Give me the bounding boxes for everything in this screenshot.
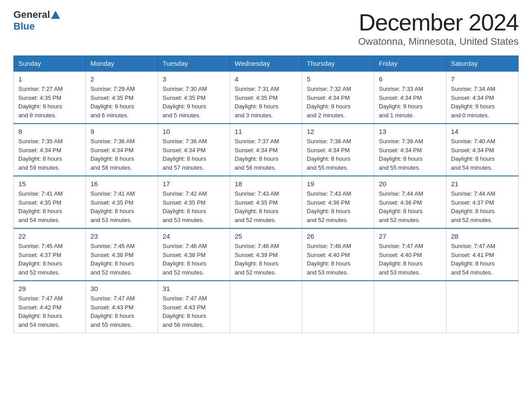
day-number: 25 (235, 232, 297, 240)
sunset-text: Sunset: 4:40 PM (307, 251, 369, 260)
daylight-text-cont: and 58 minutes. (90, 163, 153, 172)
sunset-text: Sunset: 4:38 PM (90, 251, 153, 260)
daylight-text: Daylight: 8 hours (18, 154, 81, 163)
calendar-cell: 25Sunrise: 7:46 AMSunset: 4:39 PMDayligh… (230, 228, 302, 281)
daylight-text: Daylight: 9 hours (307, 102, 369, 111)
week-row-5: 29Sunrise: 7:47 AMSunset: 4:42 PMDayligh… (14, 281, 519, 333)
sunrise-text: Sunrise: 7:36 AM (163, 137, 225, 146)
day-info: Sunrise: 7:33 AMSunset: 4:34 PMDaylight:… (379, 85, 442, 120)
day-info: Sunrise: 7:36 AMSunset: 4:34 PMDaylight:… (90, 137, 153, 172)
daylight-text: Daylight: 8 hours (163, 259, 225, 268)
sunrise-text: Sunrise: 7:43 AM (235, 189, 297, 198)
daylight-text-cont: and 6 minutes. (90, 111, 153, 120)
day-info: Sunrise: 7:35 AMSunset: 4:34 PMDaylight:… (18, 137, 81, 172)
sunset-text: Sunset: 4:41 PM (451, 251, 514, 260)
sunset-text: Sunset: 4:37 PM (18, 251, 81, 260)
calendar-cell (446, 281, 519, 333)
sunrise-text: Sunrise: 7:35 AM (18, 137, 81, 146)
daylight-text-cont: and 5 minutes. (163, 111, 225, 120)
daylight-text: Daylight: 8 hours (90, 207, 153, 216)
sunrise-text: Sunrise: 7:46 AM (307, 242, 369, 251)
day-info: Sunrise: 7:46 AMSunset: 4:40 PMDaylight:… (307, 242, 369, 277)
daylight-text: Daylight: 8 hours (235, 259, 297, 268)
day-number: 15 (18, 180, 81, 188)
day-info: Sunrise: 7:45 AMSunset: 4:38 PMDaylight:… (90, 242, 153, 277)
daylight-text-cont: and 0 minutes. (451, 111, 514, 120)
daylight-text: Daylight: 9 hours (18, 102, 81, 111)
week-row-3: 15Sunrise: 7:41 AMSunset: 4:35 PMDayligh… (14, 176, 519, 228)
calendar-cell: 29Sunrise: 7:47 AMSunset: 4:42 PMDayligh… (14, 281, 86, 333)
daylight-text: Daylight: 9 hours (451, 102, 514, 111)
day-info: Sunrise: 7:44 AMSunset: 4:36 PMDaylight:… (379, 189, 442, 224)
day-number: 3 (163, 75, 225, 83)
day-number: 12 (307, 128, 369, 135)
daylight-text-cont: and 54 minutes. (451, 268, 514, 277)
day-number: 14 (451, 128, 514, 135)
sunrise-text: Sunrise: 7:44 AM (451, 189, 514, 198)
sunset-text: Sunset: 4:43 PM (90, 303, 153, 312)
daylight-text-cont: and 3 minutes. (235, 111, 297, 120)
sunset-text: Sunset: 4:34 PM (379, 94, 442, 103)
sunrise-text: Sunrise: 7:31 AM (235, 85, 297, 94)
daylight-text-cont: and 52 minutes. (90, 268, 153, 277)
header-day-monday: Monday (86, 56, 158, 72)
day-number: 11 (235, 128, 297, 135)
calendar-cell: 20Sunrise: 7:44 AMSunset: 4:36 PMDayligh… (374, 176, 446, 228)
daylight-text: Daylight: 8 hours (163, 312, 225, 321)
daylight-text: Daylight: 9 hours (163, 102, 225, 111)
sunrise-text: Sunrise: 7:30 AM (163, 85, 225, 94)
calendar-cell: 17Sunrise: 7:42 AMSunset: 4:35 PMDayligh… (158, 176, 230, 228)
sunrise-text: Sunrise: 7:47 AM (379, 242, 442, 251)
day-number: 7 (451, 75, 514, 83)
day-number: 17 (163, 180, 225, 188)
sunrise-text: Sunrise: 7:33 AM (379, 85, 442, 94)
day-info: Sunrise: 7:29 AMSunset: 4:35 PMDaylight:… (90, 85, 153, 120)
logo-text: General (13, 9, 61, 21)
day-number: 30 (90, 285, 153, 292)
sunset-text: Sunset: 4:43 PM (163, 303, 225, 312)
sunrise-text: Sunrise: 7:36 AM (90, 137, 153, 146)
day-info: Sunrise: 7:42 AMSunset: 4:35 PMDaylight:… (163, 189, 225, 224)
logo-blue-text: Blue (13, 21, 35, 32)
day-info: Sunrise: 7:47 AMSunset: 4:41 PMDaylight:… (451, 242, 514, 277)
day-number: 10 (163, 128, 225, 135)
sunrise-text: Sunrise: 7:37 AM (235, 137, 297, 146)
calendar-cell: 5Sunrise: 7:32 AMSunset: 4:34 PMDaylight… (302, 71, 374, 124)
sunset-text: Sunset: 4:35 PM (163, 198, 225, 207)
calendar-cell: 21Sunrise: 7:44 AMSunset: 4:37 PMDayligh… (446, 176, 519, 228)
sunrise-text: Sunrise: 7:47 AM (163, 294, 225, 303)
day-info: Sunrise: 7:47 AMSunset: 4:42 PMDaylight:… (18, 294, 81, 329)
day-info: Sunrise: 7:45 AMSunset: 4:37 PMDaylight:… (18, 242, 81, 277)
daylight-text-cont: and 52 minutes. (451, 216, 514, 225)
daylight-text-cont: and 55 minutes. (307, 163, 369, 172)
daylight-text-cont: and 57 minutes. (163, 163, 225, 172)
daylight-text-cont: and 54 minutes. (18, 216, 81, 225)
calendar-cell: 24Sunrise: 7:46 AMSunset: 4:38 PMDayligh… (158, 228, 230, 281)
daylight-text: Daylight: 8 hours (451, 154, 514, 163)
header-day-thursday: Thursday (302, 56, 374, 72)
sunrise-text: Sunrise: 7:38 AM (307, 137, 369, 146)
calendar-cell: 7Sunrise: 7:34 AMSunset: 4:34 PMDaylight… (446, 71, 519, 124)
day-number: 26 (307, 232, 369, 240)
header-row: SundayMondayTuesdayWednesdayThursdayFrid… (14, 56, 519, 72)
sunrise-text: Sunrise: 7:44 AM (379, 189, 442, 198)
day-number: 6 (379, 75, 442, 83)
sunrise-text: Sunrise: 7:29 AM (90, 85, 153, 94)
daylight-text-cont: and 52 minutes. (235, 268, 297, 277)
day-number: 1 (18, 75, 81, 83)
day-info: Sunrise: 7:27 AMSunset: 4:35 PMDaylight:… (18, 85, 81, 120)
sunrise-text: Sunrise: 7:47 AM (90, 294, 153, 303)
daylight-text-cont: and 55 minutes. (90, 321, 153, 330)
sunset-text: Sunset: 4:37 PM (451, 198, 514, 207)
sunset-text: Sunset: 4:34 PM (451, 94, 514, 103)
day-info: Sunrise: 7:46 AMSunset: 4:39 PMDaylight:… (235, 242, 297, 277)
day-info: Sunrise: 7:34 AMSunset: 4:34 PMDaylight:… (451, 85, 514, 120)
day-info: Sunrise: 7:41 AMSunset: 4:35 PMDaylight:… (18, 189, 81, 224)
sunset-text: Sunset: 4:35 PM (18, 198, 81, 207)
calendar-cell: 23Sunrise: 7:45 AMSunset: 4:38 PMDayligh… (86, 228, 158, 281)
day-info: Sunrise: 7:41 AMSunset: 4:35 PMDaylight:… (90, 189, 153, 224)
header-day-wednesday: Wednesday (230, 56, 302, 72)
daylight-text-cont: and 56 minutes. (163, 321, 225, 330)
day-info: Sunrise: 7:38 AMSunset: 4:34 PMDaylight:… (307, 137, 369, 172)
daylight-text: Daylight: 8 hours (235, 154, 297, 163)
